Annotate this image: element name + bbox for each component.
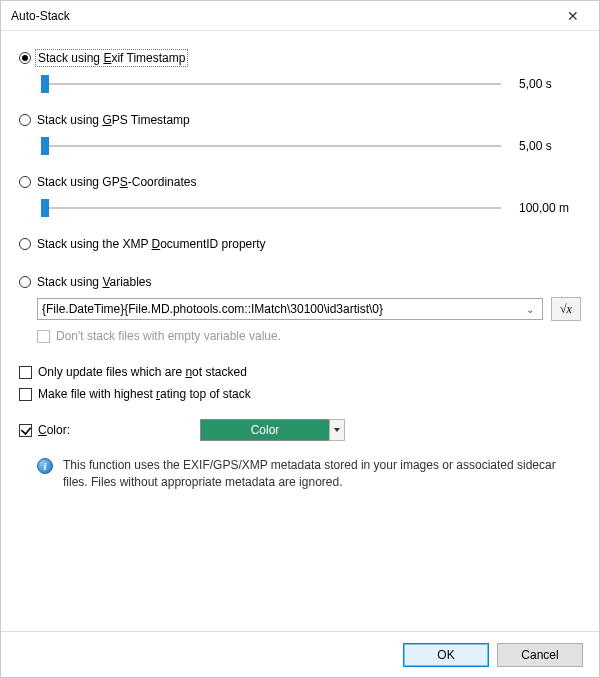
- slider-track: [41, 207, 501, 209]
- titlebar: Auto-Stack ✕: [1, 1, 599, 31]
- radio-icon: [19, 276, 31, 288]
- radio-exif-timestamp[interactable]: Stack using Exif Timestamp: [19, 51, 581, 65]
- radio-icon: [19, 238, 31, 250]
- check-only-not-stacked[interactable]: Only update files which are not stacked: [19, 365, 581, 379]
- check-rating-top[interactable]: Make file with highest rating top of sta…: [19, 387, 581, 401]
- slider-gps-co[interactable]: [41, 197, 501, 219]
- slider-gps-co-value: 100,00 m: [519, 201, 581, 215]
- chevron-down-icon: ⌄: [522, 304, 538, 315]
- variable-combo[interactable]: {File.DateTime}{File.MD.photools.com::IM…: [37, 298, 543, 320]
- checkbox-icon: [19, 388, 32, 401]
- color-dropdown-button[interactable]: [329, 419, 345, 441]
- ok-button[interactable]: OK: [403, 643, 489, 667]
- check-color-label: Color:: [38, 423, 70, 437]
- info-row: i This function uses the EXIF/GPS/XMP me…: [37, 457, 573, 491]
- formula-button[interactable]: √x: [551, 297, 581, 321]
- slider-gps-ts[interactable]: [41, 135, 501, 157]
- radio-icon: [19, 52, 31, 64]
- check-no-empty: Don't stack files with empty variable va…: [37, 329, 581, 343]
- checkbox-icon: [19, 424, 32, 437]
- auto-stack-dialog: Auto-Stack ✕ Stack using Exif Timestamp …: [0, 0, 600, 678]
- radio-icon: [19, 176, 31, 188]
- slider-track: [41, 83, 501, 85]
- close-icon: ✕: [567, 8, 579, 24]
- slider-gps-co-row: 100,00 m: [41, 197, 581, 219]
- checkbox-icon: [37, 330, 50, 343]
- chevron-down-icon: [334, 428, 340, 432]
- dialog-body: Stack using Exif Timestamp 5,00 s Stack …: [1, 31, 599, 631]
- check-only-not-label: Only update files which are not stacked: [38, 365, 247, 379]
- radio-exif-label: Stack using Exif Timestamp: [37, 51, 186, 65]
- radio-variables[interactable]: Stack using Variables: [19, 275, 581, 289]
- slider-exif-value: 5,00 s: [519, 77, 581, 91]
- slider-gps-ts-row: 5,00 s: [41, 135, 581, 157]
- check-rating-label: Make file with highest rating top of sta…: [38, 387, 251, 401]
- info-icon: i: [37, 458, 53, 474]
- radio-gps-timestamp[interactable]: Stack using GPS Timestamp: [19, 113, 581, 127]
- slider-gps-ts-value: 5,00 s: [519, 139, 581, 153]
- window-title: Auto-Stack: [11, 9, 70, 23]
- radio-gps-coordinates[interactable]: Stack using GPS-Coordinates: [19, 175, 581, 189]
- slider-track: [41, 145, 501, 147]
- checkbox-icon: [19, 366, 32, 379]
- dialog-footer: OK Cancel: [1, 631, 599, 677]
- cancel-button[interactable]: Cancel: [497, 643, 583, 667]
- info-text: This function uses the EXIF/GPS/XMP meta…: [63, 457, 573, 491]
- slider-thumb[interactable]: [41, 199, 49, 217]
- slider-thumb[interactable]: [41, 137, 49, 155]
- slider-exif[interactable]: [41, 73, 501, 95]
- variable-combo-text: {File.DateTime}{File.MD.photools.com::IM…: [42, 302, 522, 316]
- radio-vars-label: Stack using Variables: [37, 275, 152, 289]
- radio-xmp-documentid[interactable]: Stack using the XMP DocumentID property: [19, 237, 581, 251]
- close-button[interactable]: ✕: [551, 2, 595, 30]
- radio-xmp-label: Stack using the XMP DocumentID property: [37, 237, 266, 251]
- color-picker[interactable]: Color: [200, 419, 345, 441]
- formula-icon: √x: [560, 302, 572, 317]
- slider-exif-row: 5,00 s: [41, 73, 581, 95]
- radio-gps-co-label: Stack using GPS-Coordinates: [37, 175, 196, 189]
- check-no-empty-label: Don't stack files with empty variable va…: [56, 329, 281, 343]
- check-color[interactable]: Color:: [19, 423, 70, 437]
- slider-thumb[interactable]: [41, 75, 49, 93]
- color-row: Color: Color: [19, 419, 581, 441]
- variable-expression-row: {File.DateTime}{File.MD.photools.com::IM…: [37, 297, 581, 321]
- color-chip: Color: [200, 419, 330, 441]
- radio-gps-ts-label: Stack using GPS Timestamp: [37, 113, 190, 127]
- radio-icon: [19, 114, 31, 126]
